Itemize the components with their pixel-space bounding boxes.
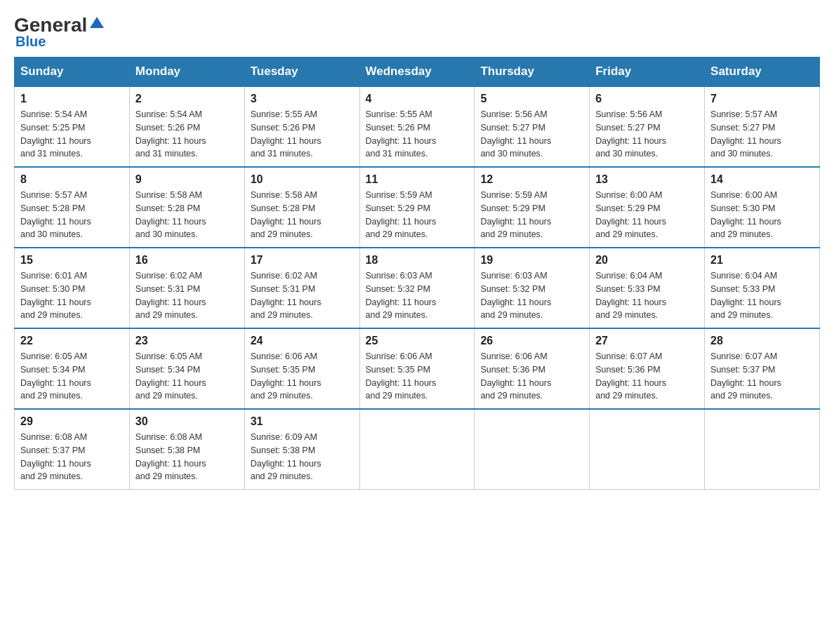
- day-number: 20: [595, 254, 699, 267]
- calendar-table: SundayMondayTuesdayWednesdayThursdayFrid…: [14, 57, 820, 490]
- day-info: Sunrise: 5:56 AMSunset: 5:27 PMDaylight:…: [480, 108, 583, 161]
- day-number: 23: [135, 335, 239, 347]
- day-info: Sunrise: 5:55 AMSunset: 5:26 PMDaylight:…: [251, 108, 354, 161]
- day-cell: 13 Sunrise: 6:00 AMSunset: 5:29 PMDaylig…: [590, 167, 705, 248]
- day-info: Sunrise: 5:59 AMSunset: 5:29 PMDaylight:…: [366, 189, 469, 241]
- day-cell: 20 Sunrise: 6:04 AMSunset: 5:33 PMDaylig…: [590, 248, 705, 328]
- logo: General Blue: [14, 14, 104, 50]
- day-cell: 21 Sunrise: 6:04 AMSunset: 5:33 PMDaylig…: [705, 248, 820, 328]
- day-number: 28: [710, 335, 814, 347]
- day-number: 29: [20, 415, 124, 428]
- week-row-4: 22 Sunrise: 6:05 AMSunset: 5:34 PMDaylig…: [15, 328, 820, 409]
- col-header-thursday: Thursday: [475, 58, 590, 87]
- day-info: Sunrise: 6:05 AMSunset: 5:34 PMDaylight:…: [20, 350, 124, 403]
- day-cell: 30 Sunrise: 6:08 AMSunset: 5:38 PMDaylig…: [129, 409, 244, 490]
- col-header-monday: Monday: [129, 58, 244, 87]
- day-number: 21: [710, 254, 814, 267]
- logo-triangle-icon: [90, 17, 104, 28]
- col-header-tuesday: Tuesday: [244, 58, 359, 87]
- day-number: 17: [251, 254, 354, 267]
- day-cell: 18 Sunrise: 6:03 AMSunset: 5:32 PMDaylig…: [359, 248, 475, 328]
- day-number: 24: [251, 335, 354, 347]
- day-number: 2: [135, 93, 239, 105]
- day-number: 8: [20, 173, 124, 186]
- day-cell: 7 Sunrise: 5:57 AMSunset: 5:27 PMDayligh…: [705, 86, 820, 167]
- day-number: 18: [366, 254, 469, 267]
- day-cell: 22 Sunrise: 6:05 AMSunset: 5:34 PMDaylig…: [15, 328, 130, 409]
- day-number: 25: [366, 335, 469, 347]
- day-number: 10: [251, 173, 354, 186]
- day-info: Sunrise: 6:08 AMSunset: 5:38 PMDaylight:…: [135, 431, 239, 483]
- day-number: 11: [366, 173, 469, 186]
- day-info: Sunrise: 6:05 AMSunset: 5:34 PMDaylight:…: [135, 350, 239, 403]
- day-cell: 28 Sunrise: 6:07 AMSunset: 5:37 PMDaylig…: [705, 328, 820, 409]
- day-number: 6: [595, 93, 699, 105]
- day-cell: [705, 409, 820, 490]
- day-number: 13: [595, 173, 699, 186]
- day-info: Sunrise: 5:54 AMSunset: 5:25 PMDaylight:…: [20, 108, 124, 161]
- day-info: Sunrise: 5:58 AMSunset: 5:28 PMDaylight:…: [251, 189, 354, 241]
- col-header-wednesday: Wednesday: [359, 58, 475, 87]
- day-info: Sunrise: 6:06 AMSunset: 5:35 PMDaylight:…: [251, 350, 354, 403]
- header-row: SundayMondayTuesdayWednesdayThursdayFrid…: [15, 58, 820, 87]
- day-info: Sunrise: 5:59 AMSunset: 5:29 PMDaylight:…: [480, 189, 583, 241]
- day-cell: 4 Sunrise: 5:55 AMSunset: 5:26 PMDayligh…: [359, 86, 475, 167]
- day-cell: 8 Sunrise: 5:57 AMSunset: 5:28 PMDayligh…: [15, 167, 130, 248]
- col-header-friday: Friday: [590, 58, 705, 87]
- day-cell: 11 Sunrise: 5:59 AMSunset: 5:29 PMDaylig…: [359, 167, 475, 248]
- week-row-3: 15 Sunrise: 6:01 AMSunset: 5:30 PMDaylig…: [15, 248, 820, 328]
- day-number: 31: [251, 415, 354, 428]
- day-cell: 26 Sunrise: 6:06 AMSunset: 5:36 PMDaylig…: [475, 328, 590, 409]
- day-number: 30: [135, 415, 239, 428]
- page-header: General Blue: [14, 14, 820, 50]
- week-row-5: 29 Sunrise: 6:08 AMSunset: 5:37 PMDaylig…: [15, 409, 820, 490]
- day-number: 14: [710, 173, 814, 186]
- day-number: 19: [480, 254, 583, 267]
- day-cell: 16 Sunrise: 6:02 AMSunset: 5:31 PMDaylig…: [129, 248, 244, 328]
- day-cell: 14 Sunrise: 6:00 AMSunset: 5:30 PMDaylig…: [705, 167, 820, 248]
- day-info: Sunrise: 6:04 AMSunset: 5:33 PMDaylight:…: [710, 269, 814, 322]
- day-cell: 19 Sunrise: 6:03 AMSunset: 5:32 PMDaylig…: [475, 248, 590, 328]
- day-cell: 12 Sunrise: 5:59 AMSunset: 5:29 PMDaylig…: [475, 167, 590, 248]
- day-cell: [359, 409, 475, 490]
- day-cell: 15 Sunrise: 6:01 AMSunset: 5:30 PMDaylig…: [15, 248, 130, 328]
- day-info: Sunrise: 5:58 AMSunset: 5:28 PMDaylight:…: [135, 189, 239, 241]
- day-number: 5: [480, 93, 583, 105]
- day-cell: 9 Sunrise: 5:58 AMSunset: 5:28 PMDayligh…: [129, 167, 244, 248]
- day-info: Sunrise: 5:54 AMSunset: 5:26 PMDaylight:…: [135, 108, 239, 161]
- day-cell: 3 Sunrise: 5:55 AMSunset: 5:26 PMDayligh…: [244, 86, 359, 167]
- day-number: 3: [251, 93, 354, 105]
- day-cell: 27 Sunrise: 6:07 AMSunset: 5:36 PMDaylig…: [590, 328, 705, 409]
- day-cell: 2 Sunrise: 5:54 AMSunset: 5:26 PMDayligh…: [129, 86, 244, 167]
- day-number: 16: [135, 254, 239, 267]
- day-cell: 29 Sunrise: 6:08 AMSunset: 5:37 PMDaylig…: [15, 409, 130, 490]
- day-info: Sunrise: 5:57 AMSunset: 5:27 PMDaylight:…: [710, 108, 814, 161]
- day-cell: 31 Sunrise: 6:09 AMSunset: 5:38 PMDaylig…: [244, 409, 359, 490]
- day-cell: 10 Sunrise: 5:58 AMSunset: 5:28 PMDaylig…: [244, 167, 359, 248]
- day-info: Sunrise: 6:07 AMSunset: 5:37 PMDaylight:…: [710, 350, 814, 403]
- day-cell: 5 Sunrise: 5:56 AMSunset: 5:27 PMDayligh…: [475, 86, 590, 167]
- week-row-2: 8 Sunrise: 5:57 AMSunset: 5:28 PMDayligh…: [15, 167, 820, 248]
- day-info: Sunrise: 5:55 AMSunset: 5:26 PMDaylight:…: [366, 108, 469, 161]
- logo-subtitle: Blue: [15, 34, 46, 50]
- day-cell: 1 Sunrise: 5:54 AMSunset: 5:25 PMDayligh…: [15, 86, 130, 167]
- day-info: Sunrise: 5:56 AMSunset: 5:27 PMDaylight:…: [595, 108, 699, 161]
- col-header-sunday: Sunday: [15, 58, 130, 87]
- day-cell: [590, 409, 705, 490]
- day-info: Sunrise: 6:03 AMSunset: 5:32 PMDaylight:…: [366, 269, 469, 322]
- day-info: Sunrise: 6:07 AMSunset: 5:36 PMDaylight:…: [595, 350, 699, 403]
- day-info: Sunrise: 6:04 AMSunset: 5:33 PMDaylight:…: [595, 269, 699, 322]
- day-info: Sunrise: 5:57 AMSunset: 5:28 PMDaylight:…: [20, 189, 124, 241]
- day-number: 12: [480, 173, 583, 186]
- day-number: 9: [135, 173, 239, 186]
- day-cell: 6 Sunrise: 5:56 AMSunset: 5:27 PMDayligh…: [590, 86, 705, 167]
- day-info: Sunrise: 6:09 AMSunset: 5:38 PMDaylight:…: [251, 431, 354, 483]
- day-info: Sunrise: 6:00 AMSunset: 5:30 PMDaylight:…: [710, 189, 814, 241]
- day-info: Sunrise: 6:06 AMSunset: 5:36 PMDaylight:…: [480, 350, 583, 403]
- week-row-1: 1 Sunrise: 5:54 AMSunset: 5:25 PMDayligh…: [15, 86, 820, 167]
- day-info: Sunrise: 6:08 AMSunset: 5:37 PMDaylight:…: [20, 431, 124, 483]
- day-info: Sunrise: 6:03 AMSunset: 5:32 PMDaylight:…: [480, 269, 583, 322]
- col-header-saturday: Saturday: [705, 58, 820, 87]
- day-number: 15: [20, 254, 124, 267]
- day-number: 27: [595, 335, 699, 347]
